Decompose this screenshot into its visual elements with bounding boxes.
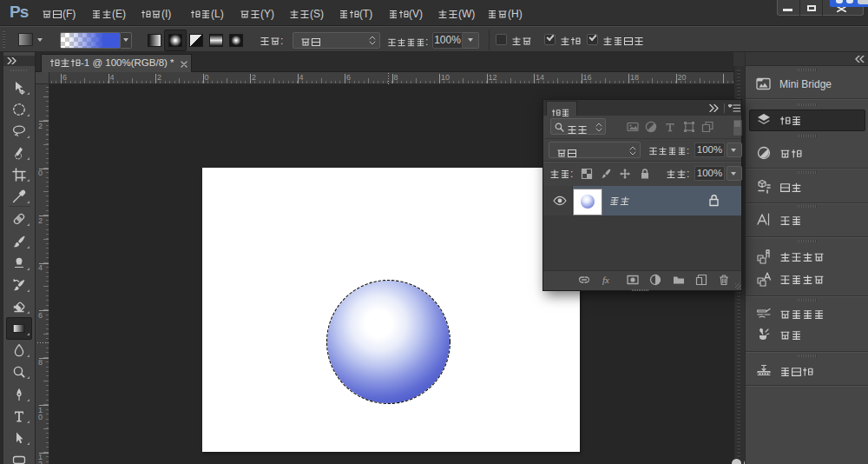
svg-text:fx: fx xyxy=(602,275,609,285)
